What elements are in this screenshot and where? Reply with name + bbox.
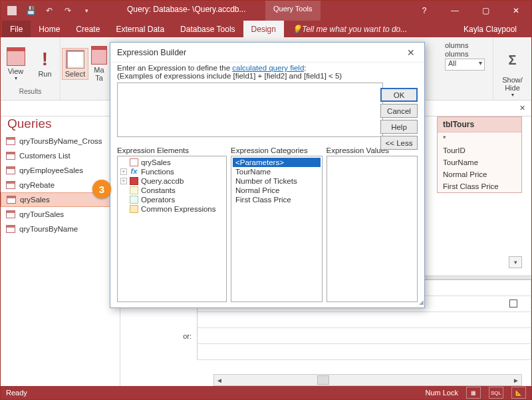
field-normal-price[interactable]: Normal Price	[438, 168, 521, 180]
combobox-dropdown-icon[interactable]: ▾	[509, 256, 522, 268]
dialog-close-button[interactable]: ✕	[404, 47, 418, 58]
title-bar: 💾 ↶ ↷ ▾ Query: Database- \Query.accdb...…	[1, 1, 531, 21]
category-parameters[interactable]: <Parameters>	[233, 158, 321, 167]
view-label: View	[8, 67, 24, 75]
view-datasheet-icon[interactable]: ▦	[466, 387, 481, 399]
query-icon	[130, 158, 138, 166]
expression-values-list[interactable]	[327, 156, 418, 302]
tab-external-data[interactable]: External Data	[108, 21, 172, 37]
nav-item-qrytoursbyname[interactable]: qryToursByName	[1, 222, 120, 236]
query-icon	[6, 137, 15, 145]
callout-badge: 3	[92, 180, 111, 198]
function-icon: fx	[130, 168, 138, 176]
nav-item-qrytoursbyname-cross[interactable]: qryToursByName_Cross	[1, 134, 120, 148]
qat-dropdown-icon[interactable]: ▾	[79, 3, 94, 18]
field-first-class-price[interactable]: First Class Price	[438, 180, 521, 192]
or-label: or:	[136, 328, 198, 344]
show-hide-label: Show/ Hide	[502, 76, 523, 92]
grid-cell[interactable]	[198, 328, 531, 344]
user-name[interactable]: Kayla Claypool	[456, 21, 525, 37]
query-icon	[6, 181, 15, 189]
tell-me-search[interactable]: 💡 Tell me what you want to do...	[284, 21, 415, 37]
tree-qrysales[interactable]: qrySales	[119, 158, 225, 167]
query-icon	[6, 166, 15, 174]
restore-button[interactable]: ▢	[470, 1, 501, 21]
category-tourname[interactable]: TourName	[233, 167, 321, 176]
expression-categories-list[interactable]: <Parameters> TourName Number of Tickets …	[231, 156, 323, 302]
expression-elements-tree[interactable]: qrySales +fxFunctions +Query.accdb Const…	[117, 156, 227, 302]
view-button[interactable]: View▾	[3, 47, 29, 81]
tree-operators[interactable]: Operators	[119, 195, 225, 204]
view-design-icon[interactable]: 📐	[511, 387, 526, 399]
nav-item-qryemployeesales[interactable]: qryEmployeeSales	[1, 163, 120, 178]
nav-item-customers-list[interactable]: Customers List	[1, 148, 120, 163]
expand-icon[interactable]: +	[120, 178, 127, 184]
grid-cell[interactable]	[198, 312, 531, 328]
close-document-button[interactable]: ✕	[517, 103, 527, 114]
insert-columns[interactable]: olumns	[445, 41, 485, 49]
save-icon[interactable]: 💾	[23, 3, 38, 18]
cancel-button[interactable]: Cancel	[380, 104, 418, 118]
window-title: Query: Database- \Query.accdb...	[127, 5, 246, 14]
tree-database[interactable]: +Query.accdb	[119, 176, 225, 186]
app-icon	[5, 3, 19, 18]
nav-header[interactable]: Queries	[1, 116, 120, 134]
select-query-button[interactable]: Select	[62, 48, 88, 80]
category-number-of-tickets[interactable]: Number of Tickets	[233, 176, 321, 186]
query-icon	[6, 152, 15, 160]
return-value: All	[448, 59, 456, 67]
show-checkbox[interactable]	[509, 300, 517, 307]
tab-database-tools[interactable]: Database Tools	[172, 21, 243, 37]
tab-file[interactable]: File	[2, 21, 31, 37]
sigma-icon: Σ	[503, 51, 522, 69]
nav-item-qrytoursales[interactable]: qryTourSales	[1, 207, 120, 222]
redo-icon[interactable]: ↷	[61, 3, 75, 18]
run-button[interactable]: !Run	[32, 50, 59, 78]
dialog-examples: (Examples of expressions include [field1…	[117, 72, 418, 80]
help-button[interactable]: Help	[380, 120, 418, 134]
ok-button[interactable]: OK	[380, 88, 418, 102]
minimize-button[interactable]: ―	[440, 1, 470, 21]
tree-functions[interactable]: +fxFunctions	[119, 167, 225, 176]
grid-cell[interactable]	[198, 344, 531, 360]
category-first-class-price[interactable]: First Class Price	[233, 195, 321, 204]
expand-icon[interactable]: +	[120, 168, 127, 175]
columns-stack: olumns olumns All	[445, 41, 485, 71]
table-tbltours[interactable]: tblTours * TourID TourName Normal Price …	[437, 116, 522, 193]
nav-header-label: Queries	[7, 116, 52, 131]
categories-label: Expression Categories	[231, 146, 323, 154]
elements-label: Expression Elements	[117, 146, 227, 154]
resize-grip-icon[interactable]: ◢	[419, 299, 422, 305]
field-star[interactable]: *	[438, 132, 521, 144]
tab-design[interactable]: Design	[243, 21, 284, 37]
help-button[interactable]: ?	[409, 1, 440, 21]
tab-home[interactable]: Home	[31, 21, 68, 37]
tab-create[interactable]: Create	[68, 21, 108, 37]
close-button[interactable]: ✕	[501, 1, 531, 21]
select-label: Select	[65, 70, 86, 78]
query-icon	[7, 196, 16, 204]
field-tourid[interactable]: TourID	[438, 144, 521, 156]
group-results: Results	[19, 88, 41, 97]
delete-columns[interactable]: olumns	[445, 50, 485, 58]
show-hide-button[interactable]: Show/ Hide▾	[499, 76, 526, 98]
operators-icon	[130, 196, 138, 204]
expression-builder-dialog: Expression Builder ✕ Enter an Expression…	[110, 42, 425, 308]
less-button[interactable]: << Less	[380, 136, 418, 150]
tree-common-expressions[interactable]: Common Expressions	[119, 204, 225, 214]
ribbon-tabs: File Home Create External Data Database …	[1, 21, 531, 37]
view-sql-icon[interactable]: SQL	[489, 387, 503, 399]
totals-button[interactable]: Σ	[499, 51, 526, 69]
make-table-button[interactable]: MaTa	[91, 46, 107, 82]
undo-icon[interactable]: ↶	[42, 3, 57, 18]
horizontal-scrollbar[interactable]: ◄►	[213, 374, 522, 386]
dialog-title-bar[interactable]: Expression Builder ✕	[110, 43, 424, 63]
expression-input[interactable]	[117, 83, 383, 137]
category-normal-price[interactable]: Normal Price	[233, 186, 321, 195]
tree-constants[interactable]: Constants	[119, 186, 225, 195]
return-selector[interactable]: All	[445, 59, 485, 71]
dialog-intro: Enter an Expression to define the calcul…	[117, 64, 418, 72]
field-tourname[interactable]: TourName	[438, 156, 521, 168]
constants-icon	[130, 186, 138, 194]
calculated-query-field-link[interactable]: calculated query field	[232, 64, 304, 72]
